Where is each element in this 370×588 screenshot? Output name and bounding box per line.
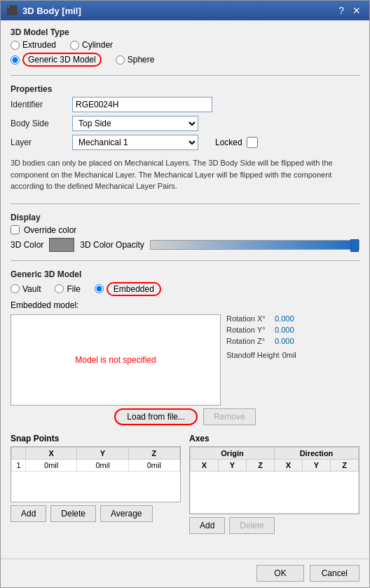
properties-label: Properties <box>11 84 359 94</box>
model-type-label: 3D Model Type <box>11 27 359 37</box>
axis-dy: Y <box>303 459 331 471</box>
color-swatch[interactable] <box>49 238 74 252</box>
rotation-panel: Rotation X° 0.000 Rotation Y° 0.000 Rota… <box>226 314 317 406</box>
snap-table: X Y Z 1 0mil 0mil 0mil <box>11 447 180 472</box>
generic-radio[interactable] <box>11 55 20 65</box>
file-radio[interactable] <box>55 284 64 293</box>
override-color-label: Override color <box>24 225 76 235</box>
file-label: File <box>67 284 80 294</box>
title-bar-controls: ? ✕ <box>336 6 364 15</box>
close-button[interactable]: ✕ <box>350 6 364 15</box>
axis-oy: Y <box>219 459 247 471</box>
extruded-radio[interactable] <box>11 41 20 50</box>
opacity-slider-container <box>150 240 359 250</box>
model-not-specified: Model is not specified <box>75 355 156 365</box>
rotation-y-label: Rotation Y° <box>226 326 272 334</box>
snap-col-num <box>12 447 26 459</box>
rotation-z-value: 0.000 <box>275 337 299 345</box>
cylinder-radio[interactable] <box>70 41 79 50</box>
snap-row-z: 0mil <box>128 459 179 471</box>
axes-buttons: Add Delete <box>189 517 359 534</box>
embedded-radio[interactable] <box>95 284 104 293</box>
opacity-slider[interactable] <box>150 240 359 250</box>
extruded-label: Extruded <box>22 40 56 50</box>
rotation-x-row: Rotation X° 0.000 <box>226 314 317 323</box>
body-side-label: Body Side <box>11 119 67 128</box>
cylinder-option[interactable]: Cylinder <box>70 40 113 50</box>
axis-dx: X <box>275 459 303 471</box>
body-side-select[interactable]: Top Side Bottom Side <box>72 116 198 131</box>
layer-label: Layer <box>11 138 67 147</box>
embedded-model-label: Embedded model: <box>11 300 359 310</box>
snap-average-button[interactable]: Average <box>100 505 152 522</box>
body-side-row: Top Side Bottom Side <box>72 116 359 131</box>
standoff-value: 0mil <box>282 351 307 359</box>
axes-section: Axes Origin Direction X Y Z <box>189 434 359 534</box>
sphere-option[interactable]: Sphere <box>116 55 155 65</box>
locked-checkbox[interactable] <box>247 137 258 148</box>
axis-dz: Z <box>331 459 359 471</box>
ok-button[interactable]: OK <box>256 565 303 582</box>
override-color-checkbox[interactable] <box>11 225 20 234</box>
embedded-label: Embedded <box>107 282 161 296</box>
generic-option[interactable]: Generic 3D Model <box>11 53 102 67</box>
generic3d-section: Generic 3D Model Vault File Embedded Emb… <box>11 269 359 425</box>
load-from-file-button[interactable]: Load from file... <box>114 408 198 425</box>
identifier-row <box>72 97 359 112</box>
sphere-radio[interactable] <box>116 55 125 65</box>
rotation-y-value: 0.000 <box>275 326 299 334</box>
origin-header: Origin <box>191 447 275 459</box>
layer-select[interactable]: Mechanical 1 Mechanical 2 Mechanical 3 <box>72 135 198 150</box>
model-box: Model is not specified <box>11 314 221 406</box>
load-row: Load from file... Remove <box>11 408 359 425</box>
snap-row-y: 0mil <box>77 459 128 471</box>
display-label: Display <box>11 213 359 222</box>
window-title: 3D Body [mil] <box>22 6 81 16</box>
model-type-row2: Generic 3D Model Sphere <box>11 53 359 67</box>
rotation-y-row: Rotation Y° 0.000 <box>226 326 317 334</box>
override-color-row: Override color <box>11 225 359 235</box>
separator-1 <box>11 75 359 76</box>
rotation-x-value: 0.000 <box>275 314 299 323</box>
axes-add-button[interactable]: Add <box>189 517 225 534</box>
vault-option[interactable]: Vault <box>11 284 41 294</box>
snap-points-title: Snap Points <box>11 434 181 443</box>
help-button[interactable]: ? <box>336 6 347 15</box>
axes-table-wrap: Origin Direction X Y Z X Y Z <box>189 446 359 514</box>
snap-add-button[interactable]: Add <box>11 505 46 522</box>
standoff-label: Standoff Height <box>226 351 280 359</box>
axes-table: Origin Direction X Y Z X Y Z <box>190 447 359 514</box>
identifier-input[interactable] <box>72 97 212 112</box>
rotation-z-row: Rotation Z° 0.000 <box>226 337 317 345</box>
cancel-button[interactable]: Cancel <box>310 565 359 582</box>
axis-ox: X <box>191 459 219 471</box>
snap-col-z: Z <box>128 447 179 459</box>
snap-col-x: X <box>26 447 77 459</box>
embedded-option[interactable]: Embedded <box>95 282 161 296</box>
axis-oz: Z <box>247 459 275 471</box>
remove-button[interactable]: Remove <box>203 408 256 425</box>
snap-row-x: 0mil <box>26 459 77 471</box>
snap-delete-button[interactable]: Delete <box>50 505 96 522</box>
color-row: 3D Color 3D Color Opacity <box>11 238 359 252</box>
snap-buttons: Add Delete Average <box>11 505 181 522</box>
rotation-x-label: Rotation X° <box>226 314 272 323</box>
title-bar: ⬛ 3D Body [mil] ? ✕ <box>1 1 369 20</box>
bottom-section: Snap Points X Y Z <box>11 434 359 534</box>
snap-col-y: Y <box>77 447 128 459</box>
separator-3 <box>11 260 359 261</box>
title-bar-left: ⬛ 3D Body [mil] <box>6 5 81 16</box>
rotation-z-label: Rotation Z° <box>226 337 272 345</box>
extruded-option[interactable]: Extruded <box>11 40 56 50</box>
opacity-thumb <box>350 239 359 252</box>
generic-label: Generic 3D Model <box>22 53 102 67</box>
file-option[interactable]: File <box>55 284 80 294</box>
locked-label: Locked <box>215 138 242 147</box>
snap-row-num: 1 <box>12 459 26 471</box>
dialog-content: 3D Model Type Extruded Cylinder Generic … <box>1 20 369 559</box>
embedded-model-section: Embedded model: Model is not specified R… <box>11 300 359 425</box>
layer-row: Mechanical 1 Mechanical 2 Mechanical 3 L… <box>72 135 359 150</box>
vault-radio[interactable] <box>11 284 20 293</box>
axes-delete-button[interactable]: Delete <box>229 517 275 534</box>
direction-header: Direction <box>275 447 359 459</box>
